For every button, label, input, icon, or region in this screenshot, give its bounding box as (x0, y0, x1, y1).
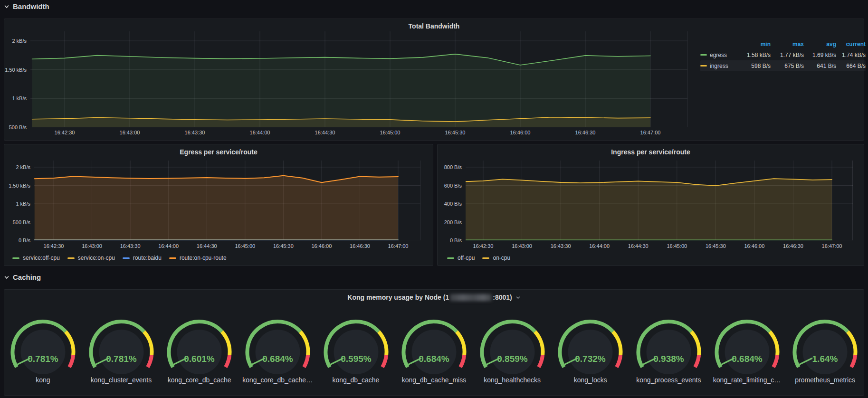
x-axis-label: 16:44:30 (310, 129, 340, 136)
legend-series-label: route:on-cpu-route (180, 255, 227, 261)
gauge-kong_process_events[interactable]: 0.938% (630, 310, 708, 381)
section-header-bandwidth[interactable]: Bandwidth (4, 2, 49, 10)
gauge-kong_core_db_cache[interactable]: 0.601% (160, 310, 238, 381)
gauge-value: 0.684% (419, 354, 449, 364)
legend-series-label: ingress (710, 63, 728, 69)
x-axis-label: 16:43:00 (77, 243, 107, 249)
legend-sort-header-avg[interactable]: avg (804, 41, 836, 47)
gauge-title[interactable]: kong_locks (551, 376, 630, 384)
gauge-title[interactable]: kong_core_db_cache… (238, 376, 317, 384)
gauge-prometheus_metrics[interactable]: 1.64% (786, 310, 864, 381)
legend-series-swatch (169, 257, 176, 259)
gauge-value: 0.595% (341, 354, 372, 364)
gauge-kong_rate_limiting_c…[interactable]: 0.684% (708, 310, 786, 381)
gauge-value: 0.859% (497, 354, 528, 364)
x-axis-label: 16:46:30 (344, 243, 375, 249)
gauge-kong[interactable]: 0.781% (4, 310, 82, 381)
legend-item[interactable]: on-cpu (482, 255, 510, 261)
legend-series-swatch (12, 257, 19, 259)
legend-item[interactable]: route:baidu (123, 255, 162, 261)
legend-value-avg: 641 B/s (804, 63, 836, 69)
chevron-down-icon (515, 295, 521, 300)
total-bandwidth-chart[interactable] (30, 31, 687, 127)
x-axis-label: 16:44:00 (245, 129, 275, 136)
legend-item[interactable]: off-cpu (447, 255, 475, 261)
gauge-title[interactable]: kong_cluster_events (82, 376, 161, 384)
legend-series-label: route:baidu (133, 255, 162, 261)
x-axis-label: 16:45:00 (375, 129, 405, 136)
legend-series-label: service:on-cpu (78, 255, 115, 261)
gauge-value: 1.64% (812, 354, 838, 364)
section-label: Caching (13, 273, 41, 281)
legend-item[interactable]: route:on-cpu-route (169, 255, 227, 261)
chevron-down-icon (4, 4, 10, 9)
y-axis-label: 0 B/s (432, 237, 462, 244)
x-axis-label: 16:44:00 (584, 243, 615, 249)
legend-series-swatch (700, 65, 707, 66)
x-axis-label: 16:44:00 (153, 243, 184, 249)
gauge-value: 0.732% (575, 354, 606, 364)
y-axis-label: 2 kB/s (1, 164, 30, 171)
x-axis-label: 16:45:30 (700, 243, 731, 249)
egress-chart[interactable] (34, 161, 420, 240)
panel-title[interactable]: Ingress per service/route (438, 148, 864, 156)
y-axis-label: 200 B/s (432, 219, 462, 226)
legend-item[interactable]: service:on-cpu (67, 255, 115, 261)
legend-sort-header-current[interactable]: current (836, 41, 866, 47)
legend-series-swatch (482, 257, 489, 259)
gauge-value: 0.601% (184, 354, 215, 364)
gauge-kong_core_db_cache…[interactable]: 0.684% (238, 310, 317, 381)
x-axis-label: 16:46:00 (306, 243, 337, 249)
gauge-title[interactable]: prometheus_metrics (786, 376, 864, 384)
gauge-kong_cluster_events[interactable]: 0.781% (82, 310, 161, 381)
x-axis-label: 16:47:00 (383, 243, 413, 249)
legend-value-max: 1.77 kB/s (771, 52, 804, 58)
x-axis-label: 16:43:30 (180, 129, 210, 136)
legend-series-name[interactable]: ingress (700, 63, 739, 69)
legend-value-min: 598 B/s (739, 63, 771, 69)
gauge-kong_db_cache_miss[interactable]: 0.684% (395, 310, 473, 381)
y-axis-label: 2 kB/s (0, 38, 27, 44)
legend-item[interactable]: service:off-cpu (12, 255, 60, 261)
chevron-down-icon (4, 275, 10, 280)
legend-value-current: 664 B/s (836, 63, 866, 69)
x-axis-label: 16:45:00 (662, 243, 692, 249)
gauge-title[interactable]: kong_process_events (630, 376, 708, 384)
legend-sort-header-min[interactable]: min (739, 41, 771, 47)
legend-series-swatch (123, 257, 130, 259)
ingress-chart[interactable] (466, 161, 853, 240)
legend-sort-header-max[interactable]: max (771, 41, 804, 47)
gauge-kong_healthchecks[interactable]: 0.859% (473, 310, 552, 381)
x-axis-label: 16:43:00 (114, 129, 145, 136)
legend-series-name[interactable]: egress (700, 52, 739, 58)
gauge-value: 0.684% (262, 354, 293, 364)
gauge-title[interactable]: kong_db_cache (317, 376, 395, 384)
x-axis-label: 16:46:30 (778, 243, 808, 249)
x-axis-label: 16:46:00 (739, 243, 770, 249)
x-axis-label: 16:42:30 (468, 243, 498, 249)
gauge-title[interactable]: kong_healthchecks (473, 376, 552, 384)
panel-title[interactable]: Egress per service/route (4, 148, 433, 156)
gauge-title[interactable]: kong_core_db_cache (160, 376, 238, 384)
gauge-title[interactable]: kong (4, 376, 82, 384)
redacted-ip-address (450, 294, 492, 301)
y-axis-label: 1 kB/s (0, 95, 27, 102)
x-axis-label: 16:42:30 (38, 243, 69, 249)
legend-series-label: on-cpu (493, 255, 510, 261)
y-axis-label: 800 B/s (432, 164, 462, 171)
legend-series-label: egress (710, 52, 727, 58)
legend-series-swatch (67, 257, 75, 259)
section-header-caching[interactable]: Caching (4, 273, 41, 281)
kong-title-suffix: :8001) (493, 294, 512, 301)
gauge-title[interactable]: kong_db_cache_miss (395, 376, 473, 384)
x-axis-label: 16:45:30 (268, 243, 298, 249)
legend-table-row: egress1.58 kB/s1.77 kB/s1.69 kB/s1.74 kB… (700, 49, 866, 60)
gauge-title[interactable]: kong_rate_limiting_c… (708, 376, 786, 384)
gauge-value: 0.684% (732, 354, 763, 364)
y-axis-label: 1.50 kB/s (1, 182, 30, 189)
gauge-kong_locks[interactable]: 0.732% (551, 310, 630, 381)
gauge-kong_db_cache[interactable]: 0.595% (317, 310, 395, 381)
grafana-dashboard: Bandwidth Total Bandwidth Egress per ser… (0, 0, 868, 398)
panel-title-kong-memory[interactable]: Kong memory usage by Node (1 :8001) (4, 294, 864, 301)
panel-title[interactable]: Total Bandwidth (4, 22, 864, 30)
